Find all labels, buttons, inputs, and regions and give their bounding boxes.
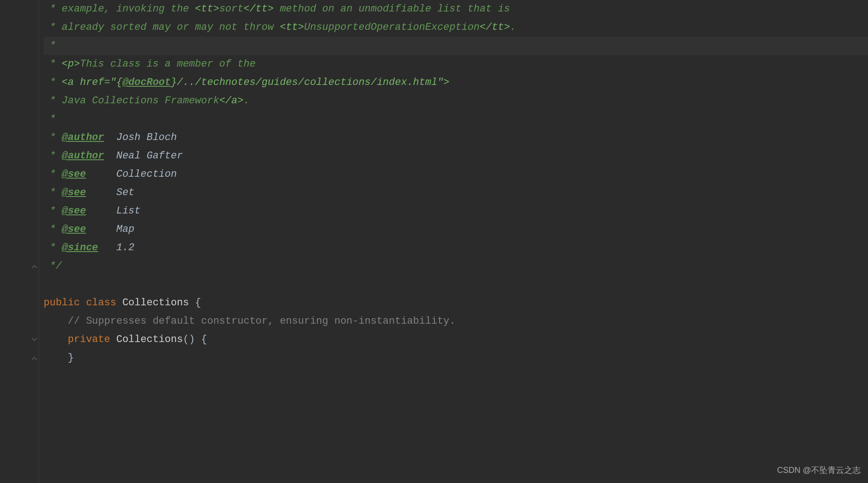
- code-token: *: [44, 220, 62, 239]
- code-token: @since: [62, 239, 98, 257]
- code-token: Neal Gafter: [104, 147, 183, 165]
- code-token: This class is a member of the: [80, 55, 256, 73]
- code-token: .: [510, 18, 516, 37]
- code-line[interactable]: }: [44, 349, 868, 367]
- code-line[interactable]: * <p>This class is a member of the: [44, 55, 868, 73]
- code-token: Map: [86, 220, 134, 239]
- code-token: *: [44, 202, 62, 220]
- code-editor[interactable]: * example, invoking the <tt>sort</tt> me…: [0, 0, 868, 483]
- code-token: }: [44, 349, 74, 367]
- code-token: already sorted may or may not throw: [62, 18, 280, 37]
- code-token: UnsupportedOperationException: [304, 18, 480, 37]
- code-line[interactable]: * <a href="{@docRoot}/../technotes/guide…: [44, 73, 868, 92]
- code-line[interactable]: public class Collections {: [44, 294, 868, 312]
- code-token: *: [44, 55, 62, 73]
- code-token: @docRoot: [122, 73, 171, 92]
- code-token: @author: [62, 147, 104, 165]
- code-token: Java Collections Framework: [62, 92, 219, 110]
- code-token: *: [44, 92, 62, 110]
- code-line[interactable]: * already sorted may or may not throw <t…: [44, 18, 868, 37]
- code-token: @see: [62, 184, 86, 202]
- code-token: [44, 312, 68, 331]
- code-token: @see: [62, 202, 86, 220]
- code-token: <a href="{: [62, 73, 122, 92]
- code-line[interactable]: * @see Set: [44, 184, 868, 202]
- code-token: @see: [62, 220, 86, 239]
- code-token: </tt>: [244, 0, 274, 18]
- code-area[interactable]: * example, invoking the <tt>sort</tt> me…: [39, 0, 868, 483]
- code-token: <tt>: [195, 0, 219, 18]
- code-line[interactable]: * @see List: [44, 202, 868, 220]
- code-token: <p>: [62, 55, 80, 73]
- code-token: *: [44, 37, 56, 55]
- fold-end-icon[interactable]: [31, 263, 38, 270]
- code-token: *: [44, 73, 62, 92]
- code-token: *: [44, 239, 62, 257]
- code-line[interactable]: * @see Map: [44, 220, 868, 239]
- fold-end-icon[interactable]: [31, 355, 38, 361]
- code-token: // Suppresses default constructor, ensur…: [68, 312, 456, 331]
- code-line[interactable]: * @since 1.2: [44, 239, 868, 257]
- code-token: private: [68, 331, 117, 349]
- code-token: Set: [86, 184, 134, 202]
- code-token: *: [44, 184, 62, 202]
- code-token: *: [44, 0, 62, 18]
- code-token: </tt>: [480, 18, 510, 37]
- code-token: Josh Bloch: [104, 129, 177, 147]
- code-token: *: [44, 129, 62, 147]
- code-token: public class: [44, 294, 122, 312]
- code-token: sort: [219, 0, 244, 18]
- code-line[interactable]: *: [44, 37, 868, 55]
- code-token: *: [44, 110, 56, 129]
- code-line[interactable]: *: [44, 110, 868, 129]
- code-token: </a>: [219, 92, 244, 110]
- code-token: {: [195, 294, 201, 312]
- code-token: *: [44, 18, 62, 37]
- code-token: .: [244, 92, 250, 110]
- code-token: Collections: [116, 331, 183, 349]
- fold-collapse-icon[interactable]: [31, 337, 38, 343]
- watermark-text: CSDN @不坠青云之志: [777, 461, 861, 479]
- code-token: [44, 331, 68, 349]
- code-token: method on an unmodifiable list that is: [274, 0, 510, 18]
- code-token: Collections: [122, 294, 195, 312]
- code-line[interactable]: // Suppresses default constructor, ensur…: [44, 312, 868, 331]
- code-token: Collection: [86, 165, 177, 184]
- code-line[interactable]: * Java Collections Framework</a>.: [44, 92, 868, 110]
- code-line[interactable]: private Collections() {: [44, 331, 868, 349]
- code-token: 1.2: [98, 239, 134, 257]
- code-line[interactable]: [44, 275, 868, 294]
- code-token: */: [44, 257, 62, 275]
- code-token: () {: [183, 331, 207, 349]
- code-token: example, invoking the: [62, 0, 195, 18]
- code-token: <tt>: [280, 18, 304, 37]
- gutter: [0, 0, 39, 483]
- code-line[interactable]: * example, invoking the <tt>sort</tt> me…: [44, 0, 868, 18]
- code-token: @author: [62, 129, 104, 147]
- code-token: }/../technotes/guides/collections/index.…: [171, 73, 449, 92]
- code-token: @see: [62, 165, 86, 184]
- code-line[interactable]: * @author Josh Bloch: [44, 129, 868, 147]
- code-token: *: [44, 165, 62, 184]
- code-token: List: [86, 202, 140, 220]
- code-line[interactable]: */: [44, 257, 868, 275]
- code-token: *: [44, 147, 62, 165]
- code-line[interactable]: * @author Neal Gafter: [44, 147, 868, 165]
- code-line[interactable]: * @see Collection: [44, 165, 868, 184]
